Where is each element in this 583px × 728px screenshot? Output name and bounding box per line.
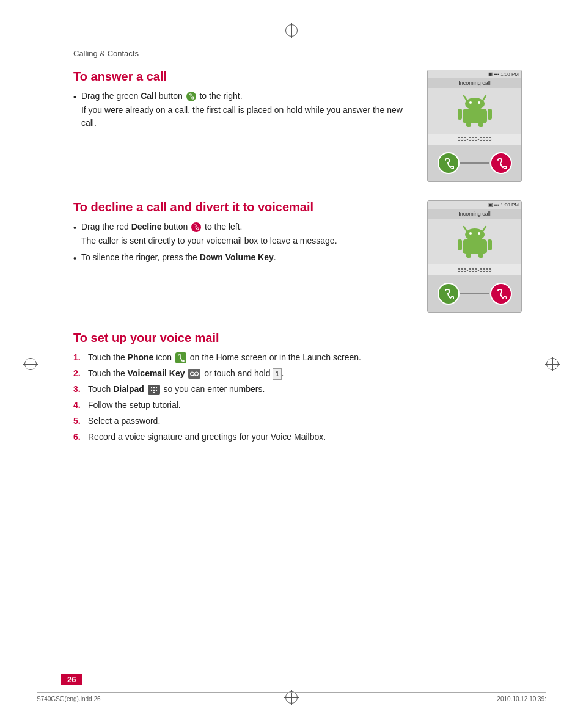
decline-bullet-2: • To silence the ringer, press the Down … (73, 251, 415, 265)
step-3-text: Touch Dialpad so you can enter number (88, 383, 534, 396)
svg-point-12 (465, 228, 485, 241)
svg-point-2 (465, 98, 485, 110)
step-4-num: 4. (73, 399, 84, 412)
decline-call-heading: To decline a call and divert it to voice… (73, 200, 415, 214)
svg-rect-5 (463, 109, 487, 123)
svg-point-21 (195, 372, 199, 376)
mockup2-wifi-icon: ▪▪▪ (494, 202, 500, 208)
mockup1-status-bar: ▣ ▪▪▪ 1:00 PM (428, 70, 521, 78)
voicemail-section: To set up your voice mail 1. Touch the P… (73, 331, 534, 443)
svg-rect-6 (458, 109, 462, 120)
mockup1-red-btn (490, 152, 512, 174)
mockup1-green-btn (438, 152, 460, 174)
mockup2-green-btn (438, 283, 460, 305)
answer-call-mockup: ▣ ▪▪▪ 1:00 PM Incoming call (427, 70, 534, 182)
step-5-num: 5. (73, 415, 84, 428)
mockup1-connector-line (458, 162, 489, 164)
svg-rect-9 (479, 122, 483, 127)
mockup2-android-area (428, 219, 521, 264)
decline-call-mockup: ▣ ▪▪▪ 1:00 PM Incoming call (427, 200, 534, 313)
mockup1-phone-number: 555-555-5555 (428, 134, 521, 145)
step-1-text: Touch the Phone icon on the Home screen … (88, 351, 534, 364)
svg-rect-15 (463, 239, 487, 254)
step-2-num: 2. (73, 367, 84, 380)
step-2-text: Touch the Voicemail Key or touch and hol… (88, 367, 534, 380)
call-icon-inline (186, 92, 196, 101)
decline-bullet-1: • Drag the red Decline button to the lef… (73, 220, 415, 247)
svg-point-14 (478, 232, 480, 235)
svg-rect-18 (466, 253, 471, 258)
dialpad-icon (148, 385, 160, 395)
voicemail-step-6: 6. Record a voice signature and greeting… (73, 431, 534, 443)
svg-point-28 (156, 390, 157, 391)
svg-point-24 (153, 387, 155, 388)
mockup1-button-area (428, 145, 521, 181)
footer-divider (37, 692, 546, 693)
svg-rect-19 (479, 253, 483, 258)
mockup1-header: Incoming call (428, 78, 521, 88)
step-6-num: 6. (73, 431, 84, 443)
mockup2-button-area (428, 275, 521, 312)
mockup1-signal-icon: ▣ (488, 71, 493, 77)
decline-bullet-1-text: Drag the red Decline button to the left.… (81, 220, 415, 247)
answer-call-section: To answer a call • Drag the green Call b… (73, 70, 534, 182)
mockup2-signal-icon: ▣ (488, 202, 493, 208)
step-1-num: 1. (73, 351, 84, 364)
svg-point-4 (478, 101, 480, 104)
page-number: 26 (61, 674, 82, 685)
footer-timestamp: 2010.10.12 10:39: (497, 696, 546, 702)
svg-point-3 (469, 101, 472, 104)
step-4-text: Follow the setup tutorial. (88, 399, 534, 412)
voicemail-step-2: 2. Touch the Voicemail Key or touch and … (73, 367, 534, 380)
voicemail-step-4: 4. Follow the setup tutorial. (73, 399, 534, 412)
answer-call-heading: To answer a call (73, 70, 415, 84)
svg-point-20 (191, 372, 194, 376)
svg-rect-8 (466, 122, 471, 127)
phone-icon-small (175, 352, 186, 363)
svg-point-29 (153, 392, 155, 393)
mockup2-status-bar: ▣ ▪▪▪ 1:00 PM (428, 201, 521, 209)
svg-rect-7 (488, 109, 492, 120)
voicemail-step-5: 5. Select a password. (73, 415, 534, 428)
answer-bullet-1: • Drag the green Call button to the righ… (73, 90, 415, 129)
mockup2-phone-number: 555-555-5555 (428, 264, 521, 275)
decline-call-section: To decline a call and divert it to voice… (73, 200, 534, 313)
svg-point-25 (156, 387, 157, 388)
decline-bullet-2-text: To silence the ringer, press the Down Vo… (81, 251, 415, 264)
svg-point-26 (151, 390, 152, 391)
voicemail-step-1: 1. Touch the Phone icon on the Home scre… (73, 351, 534, 364)
mockup2-time: 1:00 PM (501, 202, 519, 208)
voicemail-step-3: 3. Touch Dialpad s (73, 383, 534, 396)
bullet-dot: • (73, 91, 76, 104)
top-divider (73, 62, 534, 62)
answer-bullet-1-text: Drag the green Call button to the right.… (81, 90, 415, 129)
svg-rect-17 (488, 239, 492, 250)
footer-filename: S740GSG(eng).indd 26 (37, 696, 101, 702)
mockup2-red-btn (490, 283, 512, 305)
step-3-num: 3. (73, 383, 84, 396)
android-robot-2 (457, 225, 493, 258)
step-5-text: Select a password. (88, 415, 534, 428)
mockup1-android-area (428, 88, 521, 134)
svg-point-13 (469, 232, 472, 235)
voicemail-heading: To set up your voice mail (73, 331, 534, 345)
android-robot-1 (457, 94, 493, 128)
mockup2-call-btn-container (438, 283, 460, 305)
svg-rect-16 (458, 239, 462, 250)
mockup1-call-btn-container (438, 152, 460, 174)
category-label: Calling & Contacts (73, 49, 534, 58)
mockup2-connector-line (458, 293, 489, 294)
svg-point-23 (151, 387, 152, 388)
mockup2-header: Incoming call (428, 209, 521, 219)
key-1-box: 1 (273, 368, 281, 380)
mockup1-time: 1:00 PM (501, 71, 519, 77)
mockup1-wifi-icon: ▪▪▪ (494, 71, 500, 77)
bullet-dot-2: • (73, 222, 76, 235)
decline-icon-inline (191, 222, 201, 232)
voicemail-key-icon (188, 369, 200, 379)
bullet-dot-3: • (73, 252, 76, 265)
step-6-text: Record a voice signature and greetings f… (88, 431, 534, 443)
svg-point-27 (153, 390, 155, 391)
